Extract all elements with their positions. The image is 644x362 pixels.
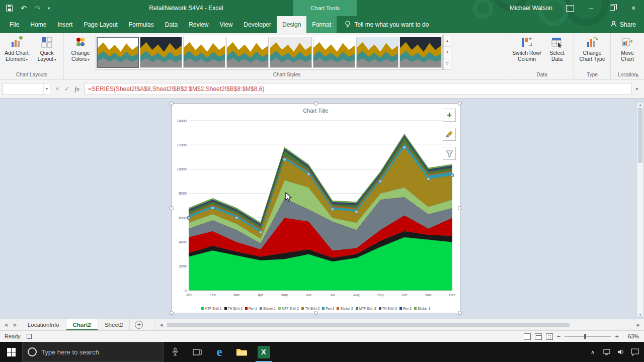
new-sheet-button[interactable]: +: [135, 321, 143, 329]
taskbar-search-input[interactable]: [41, 348, 158, 356]
selection-handle[interactable]: [187, 216, 190, 219]
hidden-icons-chevron-icon[interactable]: ∧: [586, 342, 600, 362]
sheet-tab-locationinfo[interactable]: LocationInfo: [21, 319, 66, 330]
tab-formulas[interactable]: Formulas: [123, 16, 159, 33]
worksheet-area[interactable]: Chart Title 0200040006000800010000120001…: [0, 99, 644, 319]
resize-handle[interactable]: [458, 102, 462, 106]
zoom-out-icon[interactable]: −: [557, 333, 561, 340]
expand-formula-bar-icon[interactable]: ▾: [631, 86, 642, 92]
network-icon[interactable]: [600, 342, 614, 362]
tab-insert[interactable]: Insert: [52, 16, 78, 33]
scroll-down-icon[interactable]: ▼: [638, 313, 642, 316]
enter-entry-icon[interactable]: ✓: [64, 85, 70, 93]
vertical-scroll-thumb[interactable]: [638, 108, 642, 163]
selection-handle[interactable]: [283, 158, 286, 161]
resize-handle[interactable]: [170, 206, 174, 210]
close-button[interactable]: ×: [623, 0, 644, 16]
tab-developer[interactable]: Developer: [238, 16, 277, 33]
task-view-icon[interactable]: [186, 342, 208, 362]
chart-plot-area[interactable]: 02000400060008000100001200014000JanFebMa…: [172, 117, 461, 301]
horizontal-scrollbar[interactable]: ◀ ▶: [155, 319, 644, 330]
tab-format[interactable]: Format: [306, 16, 337, 33]
resize-handle[interactable]: [458, 311, 462, 315]
legend-item[interactable]: Sticker 3: [414, 307, 430, 310]
tab-page-layout[interactable]: Page Layout: [78, 16, 123, 33]
legend-item[interactable]: Sticker 2: [337, 307, 353, 310]
page-layout-view-icon[interactable]: [535, 333, 542, 340]
quick-layout-button[interactable]: Quick Layout▾: [32, 34, 62, 70]
move-chart-button[interactable]: Move Chart: [612, 34, 642, 70]
name-box-chevron-icon[interactable]: ▾: [43, 83, 50, 95]
minimize-button[interactable]: –: [581, 0, 602, 16]
start-button[interactable]: [0, 342, 22, 362]
redo-icon[interactable]: ↷: [31, 2, 44, 15]
legend-item[interactable]: MTF Shirt 2: [278, 307, 299, 310]
chart-style-2[interactable]: [140, 37, 182, 68]
scroll-right-icon[interactable]: ▶: [634, 323, 643, 327]
page-break-preview-icon[interactable]: [546, 333, 553, 340]
change-chart-type-button[interactable]: Change Chart Type: [576, 34, 609, 70]
chart-style-6[interactable]: [313, 37, 355, 68]
legend-item[interactable]: MTF Shirt 1: [201, 307, 222, 310]
excel-taskbar-icon[interactable]: X: [253, 342, 275, 362]
volume-icon[interactable]: [614, 342, 628, 362]
name-box-input[interactable]: [5, 85, 43, 93]
tab-data[interactable]: Data: [159, 16, 183, 33]
selection-handle[interactable]: [403, 146, 406, 149]
formula-input-area[interactable]: [85, 83, 632, 95]
tab-home[interactable]: Home: [25, 16, 52, 33]
selection-handle[interactable]: [379, 180, 382, 183]
share-button[interactable]: Share: [610, 16, 644, 33]
resize-handle[interactable]: [314, 102, 318, 106]
customize-qat-icon[interactable]: ▾: [45, 2, 52, 15]
chart-style-8[interactable]: [399, 37, 442, 68]
file-explorer-icon[interactable]: [230, 342, 253, 362]
chart-filters-button[interactable]: [443, 147, 456, 160]
scroll-left-icon[interactable]: ◀: [156, 323, 166, 327]
selection-handle[interactable]: [211, 207, 214, 210]
tell-me-box[interactable]: Tell me what you want to do: [345, 16, 429, 33]
edge-icon[interactable]: e: [208, 342, 230, 362]
sheet-tab-sheet2[interactable]: Sheet2: [98, 319, 130, 330]
zoom-level[interactable]: 63%: [623, 333, 639, 339]
macro-record-icon[interactable]: [27, 334, 32, 339]
add-chart-element-button[interactable]: Add Chart Element▾: [2, 34, 32, 70]
tab-file[interactable]: File: [4, 16, 25, 33]
ribbon-display-options-icon[interactable]: ˆ: [559, 0, 581, 16]
legend-item[interactable]: Pen 3: [399, 307, 412, 310]
save-icon[interactable]: [3, 2, 16, 15]
collapse-ribbon-icon[interactable]: ∧: [635, 72, 639, 78]
taskbar-search[interactable]: [22, 342, 164, 362]
legend-item[interactable]: TH Shirt 3: [379, 307, 397, 310]
chart-style-7[interactable]: [356, 37, 398, 68]
chart-style-5[interactable]: [270, 37, 312, 68]
gallery-scroll-up-icon[interactable]: ▴: [444, 35, 451, 47]
normal-view-icon[interactable]: [524, 333, 531, 340]
legend-item[interactable]: TH Shirt 1: [224, 307, 243, 310]
legend-item[interactable]: Sticker 1: [260, 307, 276, 310]
cancel-entry-icon[interactable]: ×: [55, 85, 59, 93]
selection-handle[interactable]: [259, 231, 262, 234]
zoom-in-icon[interactable]: +: [615, 333, 619, 340]
user-account-button[interactable]: Michael Watson: [503, 5, 559, 12]
tab-review[interactable]: Review: [183, 16, 214, 33]
gallery-more-icon[interactable]: ▽: [444, 58, 451, 69]
tab-view[interactable]: View: [214, 16, 238, 33]
gallery-scroll-down-icon[interactable]: ▾: [444, 47, 451, 58]
sheet-tab-chart2[interactable]: Chart2: [66, 319, 98, 330]
undo-icon[interactable]: ↶: [17, 2, 30, 15]
vertical-scrollbar[interactable]: ▲ ▼: [637, 103, 643, 317]
action-center-icon[interactable]: [628, 342, 642, 362]
name-box[interactable]: ▾: [2, 83, 50, 95]
chart-title[interactable]: Chart Title: [172, 108, 460, 114]
horizontal-scroll-track[interactable]: [166, 322, 634, 328]
chart-style-4[interactable]: [226, 37, 269, 68]
select-data-button[interactable]: Select Data: [542, 34, 572, 70]
selection-handle[interactable]: [307, 172, 310, 175]
zoom-slider[interactable]: [565, 336, 611, 337]
chart-elements-button[interactable]: +: [443, 109, 456, 122]
resize-handle[interactable]: [170, 102, 174, 106]
horizontal-scroll-thumb[interactable]: [167, 323, 570, 327]
selection-handle[interactable]: [355, 210, 358, 213]
legend-item[interactable]: Pen 1: [245, 307, 257, 310]
